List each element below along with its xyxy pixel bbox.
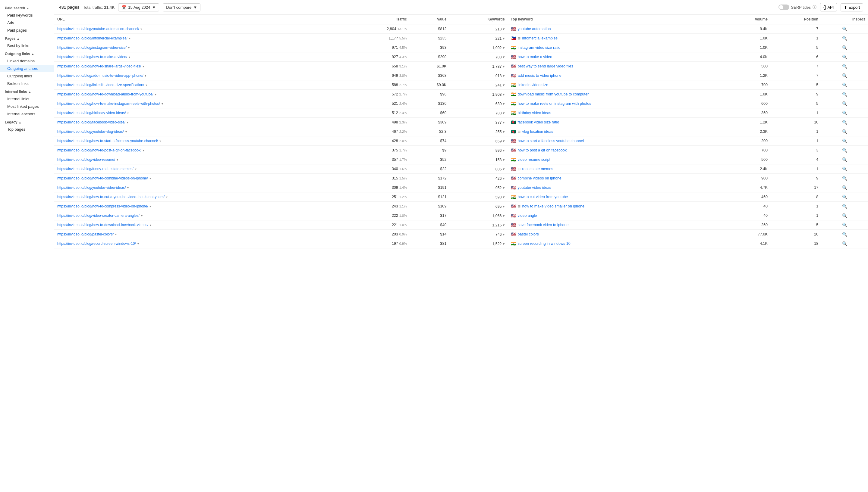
url-expand-arrow[interactable]: ▾ — [165, 195, 168, 199]
url-link[interactable]: https://invideo.io/blog/how-to-cut-a-you… — [57, 195, 165, 199]
sidebar-item-ads[interactable]: Ads — [0, 19, 54, 26]
url-link[interactable]: https://invideo.io/blog/record-screen-wi… — [57, 242, 136, 246]
url-expand-arrow[interactable]: ▾ — [148, 177, 151, 180]
inspect-cell[interactable]: 🔍 — [821, 118, 868, 127]
inspect-icon[interactable]: 🔍 — [842, 195, 847, 199]
inspect-cell[interactable]: 🔍 — [821, 183, 868, 192]
inspect-icon[interactable]: 🔍 — [842, 45, 847, 50]
inspect-icon[interactable]: 🔍 — [842, 241, 847, 246]
keywords-expand-arrow[interactable]: ▾ — [503, 55, 505, 59]
inspect-icon[interactable]: 🔍 — [842, 148, 847, 153]
keywords-expand-arrow[interactable]: ▾ — [503, 83, 505, 87]
url-expand-arrow[interactable]: ▾ — [154, 93, 157, 96]
url-link[interactable]: https://invideo.io/blog/how-to-post-a-gi… — [57, 148, 142, 152]
inspect-cell[interactable]: 🔍 — [821, 174, 868, 183]
url-link[interactable]: https://invideo.io/blog/add-music-to-vid… — [57, 73, 143, 78]
url-link[interactable]: https://invideo.io/blog/how-to-combine-v… — [57, 176, 148, 180]
url-expand-arrow[interactable]: ▾ — [128, 37, 131, 40]
col-header-position[interactable]: Position — [771, 15, 821, 24]
sidebar-item-outgoing-anchors[interactable]: Outgoing anchors — [0, 65, 54, 72]
url-link[interactable]: https://invideo.io/blog/youtube-video-id… — [57, 186, 126, 190]
inspect-icon[interactable]: 🔍 — [842, 176, 847, 181]
top-keyword-text[interactable]: how to make a video — [518, 55, 553, 59]
keywords-expand-arrow[interactable]: ▾ — [503, 176, 505, 181]
top-keyword-text[interactable]: best way to send large video files — [518, 64, 573, 68]
keywords-expand-arrow[interactable]: ▾ — [503, 120, 505, 125]
url-expand-arrow[interactable]: ▾ — [114, 233, 117, 236]
top-keyword-text[interactable]: combine videos on iphone — [518, 176, 562, 180]
inspect-cell[interactable]: 🔍 — [821, 230, 868, 239]
keywords-expand-arrow[interactable]: ▾ — [503, 204, 505, 209]
inspect-cell[interactable]: 🔍 — [821, 52, 868, 62]
keywords-expand-arrow[interactable]: ▾ — [503, 195, 505, 199]
url-link[interactable]: https://invideo.io/blog/facebook-video-s… — [57, 120, 125, 124]
url-expand-arrow[interactable]: ▾ — [126, 112, 129, 115]
sidebar-section-legacy[interactable]: Legacy ▲ — [0, 118, 54, 126]
inspect-cell[interactable]: 🔍 — [821, 127, 868, 137]
keywords-expand-arrow[interactable]: ▾ — [503, 111, 505, 115]
inspect-icon[interactable]: 🔍 — [842, 73, 847, 78]
top-keyword-text[interactable]: save facebook video to iphone — [518, 223, 569, 227]
url-link[interactable]: https://invideo.io/blog/how-to-start-a-f… — [57, 139, 158, 143]
top-keyword-text[interactable]: how to post a gif on facebook — [518, 148, 567, 152]
inspect-cell[interactable]: 🔍 — [821, 99, 868, 108]
top-keyword-text[interactable]: vlog location ideas — [522, 129, 553, 134]
keywords-expand-arrow[interactable]: ▾ — [503, 102, 505, 106]
top-keyword-text[interactable]: real estate memes — [522, 167, 553, 171]
keywords-expand-arrow[interactable]: ▾ — [503, 93, 505, 97]
inspect-cell[interactable]: 🔍 — [821, 62, 868, 71]
top-keyword-text[interactable]: pastel colors — [518, 232, 539, 236]
inspect-icon[interactable]: 🔍 — [842, 36, 847, 41]
col-header-inspect[interactable]: Inspect — [821, 15, 868, 24]
url-expand-arrow[interactable]: ▾ — [134, 167, 137, 171]
sidebar-item-best-by-links[interactable]: Best by links — [0, 42, 54, 49]
url-link[interactable]: https://invideo.io/blog/how-to-make-a-vi… — [57, 55, 127, 59]
inspect-icon[interactable]: 🔍 — [842, 139, 847, 143]
inspect-icon[interactable]: 🔍 — [842, 185, 847, 190]
url-link[interactable]: https://invideo.io/blog/youtube-vlog-ide… — [57, 129, 124, 134]
sidebar-item-paid-pages[interactable]: Paid pages — [0, 26, 54, 34]
keywords-expand-arrow[interactable]: ▾ — [503, 186, 505, 190]
url-expand-arrow[interactable]: ▾ — [128, 55, 130, 59]
url-link[interactable]: https://invideo.io/blog/video-creator-ca… — [57, 214, 140, 218]
compare-button[interactable]: Don't compare ▼ — [163, 3, 201, 11]
top-keyword-text[interactable]: video angle — [518, 214, 537, 218]
inspect-cell[interactable]: 🔍 — [821, 239, 868, 248]
col-header-value[interactable]: Value — [410, 15, 450, 24]
top-keyword-text[interactable]: how to start a faceless youtube channel — [518, 139, 584, 143]
sidebar-item-top-pages[interactable]: Top pages — [0, 126, 54, 133]
url-link[interactable]: https://invideo.io/blog/linkedin-video-s… — [57, 83, 144, 87]
url-expand-arrow[interactable]: ▾ — [142, 65, 144, 68]
keywords-expand-arrow[interactable]: ▾ — [503, 214, 505, 218]
inspect-icon[interactable]: 🔍 — [842, 26, 847, 31]
inspect-icon[interactable]: 🔍 — [842, 92, 847, 97]
url-link[interactable]: https://invideo.io/blog/funny-real-estat… — [57, 167, 134, 171]
top-keyword-text[interactable]: download music from youtube to computer — [518, 92, 589, 96]
url-expand-arrow[interactable]: ▾ — [127, 46, 130, 49]
inspect-cell[interactable]: 🔍 — [821, 43, 868, 52]
inspect-cell[interactable]: 🔍 — [821, 24, 868, 34]
url-expand-arrow[interactable]: ▾ — [116, 158, 118, 162]
col-header-traffic[interactable]: Traffic — [345, 15, 410, 24]
inspect-cell[interactable]: 🔍 — [821, 80, 868, 90]
url-link[interactable]: https://invideo.io/blog/how-to-download-… — [57, 92, 154, 96]
url-link[interactable]: https://invideo.io/blog/video-resume/ — [57, 157, 115, 162]
url-expand-arrow[interactable]: ▾ — [126, 186, 129, 189]
keywords-expand-arrow[interactable]: ▾ — [503, 242, 505, 246]
top-keyword-text[interactable]: birthday video ideas — [518, 111, 551, 115]
url-link[interactable]: https://invideo.io/blog/instagram-video-… — [57, 46, 126, 50]
inspect-cell[interactable]: 🔍 — [821, 192, 868, 202]
keywords-expand-arrow[interactable]: ▾ — [503, 36, 505, 41]
url-expand-arrow[interactable]: ▾ — [144, 74, 146, 77]
top-keyword-text[interactable]: infomercial examples — [522, 36, 558, 40]
url-link[interactable]: https://invideo.io/blog/how-to-download-… — [57, 223, 148, 227]
inspect-cell[interactable]: 🔍 — [821, 137, 868, 146]
sidebar-item-paid-keywords[interactable]: Paid keywords — [0, 11, 54, 19]
inspect-cell[interactable]: 🔍 — [821, 165, 868, 174]
inspect-icon[interactable]: 🔍 — [842, 167, 847, 171]
inspect-icon[interactable]: 🔍 — [842, 101, 847, 106]
keywords-expand-arrow[interactable]: ▾ — [503, 27, 505, 31]
url-expand-arrow[interactable]: ▾ — [137, 242, 139, 245]
inspect-icon[interactable]: 🔍 — [842, 54, 847, 59]
inspect-icon[interactable]: 🔍 — [842, 157, 847, 162]
